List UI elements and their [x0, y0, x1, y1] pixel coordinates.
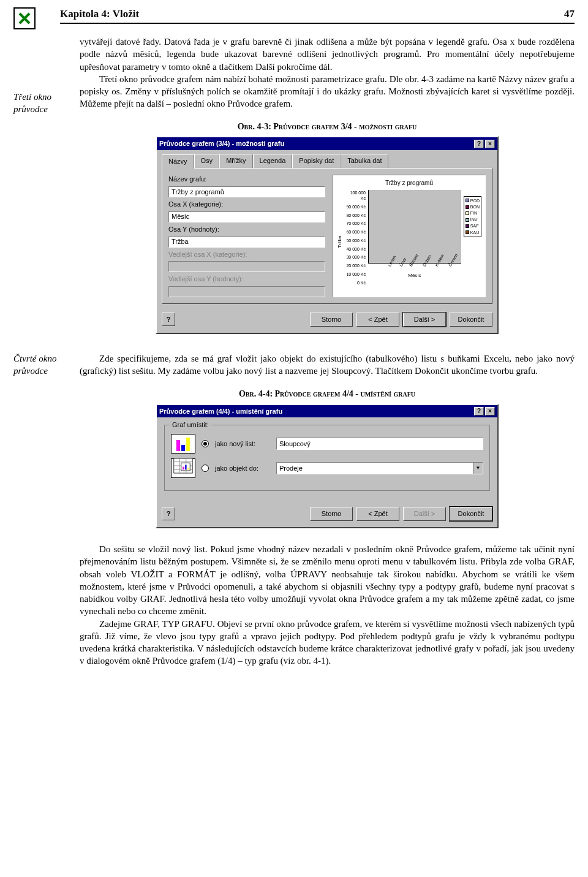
figure-caption-43: Obr. 4-3: Průvodce grafem 3/4 - možnosti… — [80, 121, 575, 133]
preview-plot-area — [368, 190, 461, 264]
dalsi-button-2: Další > — [403, 507, 446, 521]
svg-rect-9 — [187, 468, 189, 470]
zpet-button-2[interactable]: < Zpět — [356, 507, 399, 521]
preview-ylabel: Tržba — [337, 190, 344, 294]
preview-xlabel: Měsíc — [368, 273, 461, 279]
tab-mrizky[interactable]: Mřížky — [219, 154, 252, 168]
label-osa-x: Osa X (kategorie): — [168, 200, 325, 209]
radio-new-sheet[interactable] — [202, 440, 209, 447]
margin-note-2: Čtvrté okno průvodce — [13, 352, 71, 667]
dialog3-title: Průvodce grafem (3/4) - možnosti grafu — [159, 139, 284, 148]
figure-caption-44: Obr. 4-4: Průvodce grafem 4/4 - umístění… — [80, 389, 575, 400]
label-vedlejsi-y: Vedlejší osa Y (hodnoty): — [168, 275, 325, 284]
tab-legenda[interactable]: Legenda — [253, 154, 293, 168]
dokoncit-button[interactable]: Dokončit — [450, 313, 492, 327]
input-osa-x[interactable]: Měsíc — [168, 211, 325, 222]
storno-button-2[interactable]: Storno — [310, 507, 353, 521]
select-value: Prodeje — [279, 464, 303, 473]
dokoncit-button-2[interactable]: Dokončit — [450, 507, 492, 521]
input-osa-y[interactable]: Tržba — [168, 237, 325, 248]
margin-note-1: Třetí okno průvodce — [13, 36, 71, 334]
input-nazev-grafu[interactable]: Tržby z programů — [168, 186, 325, 197]
chart-wizard-3-dialog: Průvodce grafem (3/4) - možnosti grafu ?… — [156, 136, 499, 334]
graf-umistit-group: Graf umístit: jako nový list: Sloupcový — [164, 425, 490, 491]
input-vedlejsi-y — [168, 286, 325, 297]
chevron-down-icon: ▼ — [473, 463, 483, 474]
help-button[interactable]: ? — [474, 140, 484, 148]
select-target-sheet[interactable]: Prodeje ▼ — [276, 462, 483, 474]
dialog4-title: Průvodce grafem (4/4) - umístění grafu — [159, 407, 282, 416]
paragraph-1: vytvářejí datové řady. Datová řada je v … — [80, 36, 575, 73]
svg-rect-7 — [183, 467, 184, 470]
zpet-button[interactable]: < Zpět — [356, 313, 399, 327]
paragraph-2: Třetí okno průvodce grafem nám nabízí bo… — [80, 73, 575, 110]
input-sheet-name[interactable]: Sloupcový — [276, 438, 483, 450]
label-new-sheet: jako nový list: — [215, 439, 270, 449]
help-icon-button-2[interactable]: ? — [162, 507, 175, 520]
label-nazev-grafu: Název grafu: — [168, 175, 325, 184]
paragraph-3: Zde specifikujeme, zda se má graf vložit… — [80, 352, 575, 378]
tab-nazvy[interactable]: Názvy — [162, 154, 194, 169]
chart-wizard-4-dialog: Průvodce grafem (4/4) - umístění grafu ?… — [156, 404, 499, 529]
chapter-title: Kapitola 4: Vložit — [60, 7, 139, 21]
preview-chart-title: Tržby z programů — [337, 179, 481, 188]
close-icon-2[interactable]: × — [485, 407, 495, 416]
help-icon-button[interactable]: ? — [162, 313, 175, 326]
excel-app-icon — [13, 7, 36, 29]
chart-preview: Tržby z programů Tržba 100 000 Kč90 000 … — [333, 175, 486, 297]
label-vedlejsi-x: Vedlejší osa X (kategorie): — [168, 250, 325, 259]
svg-rect-8 — [185, 465, 186, 470]
as-object-icon — [171, 458, 195, 478]
page-number: 47 — [564, 7, 575, 21]
tab-tabulka-dat[interactable]: Tabulka dat — [341, 154, 388, 168]
graf-umistit-label: Graf umístit: — [170, 420, 211, 430]
label-osa-y: Osa Y (hodnoty): — [168, 225, 325, 234]
tab-osy[interactable]: Osy — [194, 154, 220, 168]
help-button-2[interactable]: ? — [474, 407, 484, 416]
paragraph-5: Zadejme GRAF, TYP GRAFU. Objeví se první… — [80, 618, 575, 667]
label-as-object: jako objekt do: — [215, 464, 270, 473]
input-vedlejsi-x — [168, 261, 325, 272]
chart-legend: PODBONFININVSAFKAU — [464, 196, 481, 238]
tab-popisky-dat[interactable]: Popisky dat — [292, 154, 341, 168]
radio-as-object[interactable] — [202, 465, 209, 472]
storno-button[interactable]: Storno — [310, 313, 353, 327]
close-icon[interactable]: × — [485, 140, 495, 148]
dialog3-tabs: Názvy Osy Mřížky Legenda Popisky dat Tab… — [157, 150, 497, 168]
new-sheet-icon — [171, 434, 195, 454]
paragraph-4: Do sešitu se vložil nový list. Pokud jsm… — [80, 543, 575, 618]
dalsi-button[interactable]: Další > — [403, 313, 446, 327]
